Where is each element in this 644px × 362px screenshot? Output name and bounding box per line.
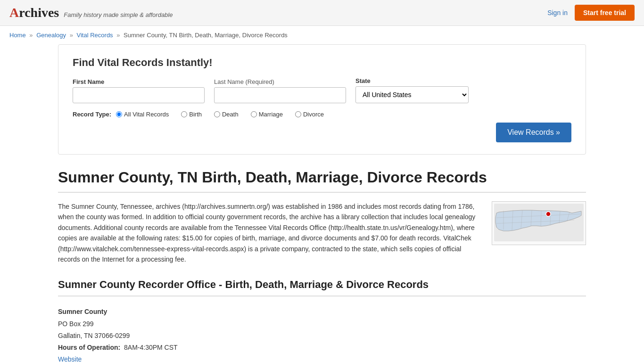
page-title: Sumner County, TN Birth, Death, Marriage… [58, 169, 586, 193]
breadcrumb: Home » Genealogy » Vital Records » Sumne… [0, 26, 644, 44]
tennessee-map [492, 201, 586, 244]
state-group: State All United StatesAlabamaAlaskaAriz… [355, 77, 469, 103]
first-name-input[interactable] [73, 87, 205, 103]
search-box: Find Vital Records Instantly! First Name… [58, 44, 586, 155]
state-select[interactable]: All United StatesAlabamaAlaskaArizonaArk… [355, 86, 469, 103]
record-type-radio-marriage[interactable] [251, 111, 257, 117]
main-content: Find Vital Records Instantly! First Name… [49, 44, 595, 362]
last-name-label: Last Name (Required) [214, 78, 346, 85]
content-paragraph: The Sumner County, Tennessee, archives (… [58, 201, 478, 264]
record-type-radio-birth[interactable] [181, 111, 187, 117]
city-state-zip: Gallatin, TN 37066-0299 [58, 330, 586, 342]
record-type-radio-divorce[interactable] [295, 111, 301, 117]
record-type-option-birth[interactable]: Birth [181, 111, 202, 118]
breadcrumb-current: Sumner County, TN Birth, Death, Marriage… [124, 32, 288, 39]
record-type-option-marriage[interactable]: Marriage [251, 111, 283, 118]
hours-line: Hours of Operation: 8AM-4:30PM CST [58, 342, 586, 354]
last-name-input[interactable] [214, 87, 346, 103]
section2-heading: Sumner County Recorder Office - Birth, D… [58, 279, 586, 296]
record-type-row: Record Type: All Vital RecordsBirthDeath… [73, 111, 571, 118]
start-trial-button[interactable]: Start free trial [575, 5, 635, 21]
state-label: State [355, 77, 469, 84]
site-header: Archives Family history made simple & af… [0, 0, 644, 26]
view-records-button[interactable]: View Records » [496, 123, 571, 142]
content-area: The Sumner County, Tennessee, archives (… [58, 201, 586, 264]
tn-map-svg [494, 204, 584, 241]
website-link[interactable]: Website [58, 355, 82, 362]
address-block: Sumner County PO Box 299 Gallatin, TN 37… [58, 306, 586, 362]
record-type-option-all[interactable]: All Vital Records [116, 111, 169, 118]
svg-point-11 [546, 212, 551, 216]
search-title: Find Vital Records Instantly! [73, 57, 571, 69]
record-type-radio-all[interactable] [116, 111, 122, 117]
record-type-options: All Vital RecordsBirthDeathMarriageDivor… [116, 111, 329, 118]
site-tagline: Family history made simple & affordable [64, 11, 173, 18]
county-name: Sumner County [58, 306, 586, 318]
breadcrumb-sep2: » [70, 32, 73, 39]
breadcrumb-home[interactable]: Home [9, 32, 26, 39]
breadcrumb-genealogy[interactable]: Genealogy [36, 32, 66, 39]
first-name-label: First Name [73, 78, 205, 85]
sign-in-link[interactable]: Sign in [547, 9, 568, 16]
po-box: PO Box 299 [58, 318, 586, 330]
record-type-option-death[interactable]: Death [214, 111, 239, 118]
breadcrumb-sep3: » [116, 32, 120, 39]
record-type-radio-death[interactable] [214, 111, 220, 117]
website-line: Website [58, 354, 586, 362]
first-name-group: First Name [73, 78, 205, 103]
hours-value: 8AM-4:30PM CST [124, 344, 178, 351]
hours-label: Hours of Operation: [58, 344, 120, 351]
record-type-label: Record Type: [73, 111, 111, 118]
header-nav: Sign in Start free trial [547, 5, 635, 21]
site-logo: Archives [9, 5, 59, 20]
logo-area: Archives Family history made simple & af… [9, 5, 173, 20]
view-records-row: View Records » [73, 123, 571, 142]
record-type-option-divorce[interactable]: Divorce [295, 111, 324, 118]
search-fields: First Name Last Name (Required) State Al… [73, 77, 571, 103]
breadcrumb-vital-records[interactable]: Vital Records [77, 32, 113, 39]
last-name-group: Last Name (Required) [214, 78, 346, 103]
breadcrumb-sep1: » [29, 32, 33, 39]
content-text: The Sumner County, Tennessee, archives (… [58, 201, 478, 264]
